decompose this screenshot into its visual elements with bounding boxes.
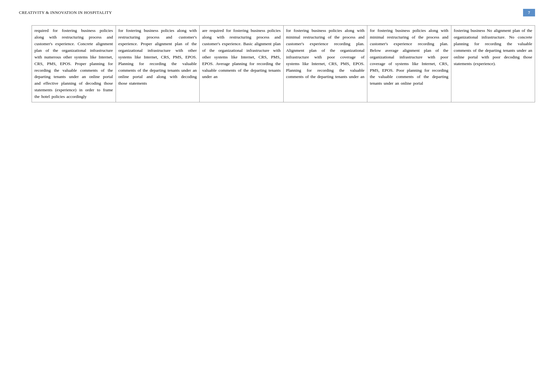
cell-line: recording the valuable (34, 68, 77, 73)
cell-line: systems like Internet, (286, 61, 326, 66)
cell-line: for recording the (250, 61, 281, 66)
cell-line: infrastructure with (286, 55, 322, 59)
cell-line: recording the (150, 61, 177, 66)
cell-line: EPOS. Proper planning for (60, 61, 113, 66)
page-number-box: 7 (523, 9, 535, 16)
cell-line: comments of the (396, 74, 429, 79)
cell-line: plan of the (309, 48, 335, 53)
cell-line: those statements (118, 81, 147, 86)
cell-line: Internet, CRS, (241, 55, 268, 59)
cell-line: fostering business No (454, 28, 492, 33)
cell-line: recording the (485, 41, 512, 46)
cell-line: online portal and (118, 74, 153, 79)
cell-line: tenants under an (167, 68, 197, 73)
cell-line: Poor planning for (396, 68, 429, 73)
cell-line: infrastructure with (148, 48, 183, 53)
table-cell: fostering business No alignment plan of … (451, 26, 535, 102)
table-cell: for fostering business policies along wi… (116, 26, 200, 102)
cell-line: Internet, CRS, PMS, (144, 55, 182, 59)
cell-line: restructuring (230, 35, 251, 39)
cell-line: recording plan. (418, 41, 449, 46)
cell-line: restructuring process (118, 35, 160, 39)
cell-line: policies along with (161, 28, 197, 33)
cell-line: systems like Internet, (395, 61, 436, 66)
cell-line: of the process and (412, 35, 449, 39)
cell-line: fostering business (233, 28, 265, 33)
table-row: required for fostering business policies… (32, 26, 535, 102)
content-table: required for fostering business policies… (32, 25, 535, 102)
cell-line: (experience). (473, 61, 496, 66)
cell-line: for fostering business (370, 28, 410, 33)
cell-line: Planning for (286, 68, 312, 73)
cell-line: organizational (454, 35, 478, 39)
cell-line: and customer's (166, 35, 197, 39)
cell-line: tenants under an (503, 48, 532, 53)
cell-line: of the departing (137, 68, 166, 73)
table-container: required for fostering business policies… (0, 22, 554, 112)
cell-line: the organizational (209, 48, 243, 53)
page-title: CREATIVITY & INNOVATION IN HOSPITALITY (19, 10, 112, 15)
cell-line: minimal restructuring (370, 35, 409, 39)
cell-line: poor decoding those (493, 55, 532, 59)
cell-line: tenants under an (335, 74, 364, 79)
table-cell: are required for fostering business poli… (200, 26, 284, 102)
cell-line: Average planning (216, 61, 247, 66)
cell-line: other systems like (202, 55, 238, 59)
page-header: CREATIVITY & INNOVATION IN HOSPITALITY 7 (0, 0, 554, 22)
cell-line: organizational (340, 48, 364, 53)
cell-line: infrastructure with (400, 55, 435, 59)
cell-line: statements (454, 61, 472, 66)
cell-line: of the departing (305, 74, 333, 79)
cell-line: policies along with (329, 28, 364, 33)
cell-line: organizational (370, 55, 394, 59)
cell-line: the organizational (53, 48, 86, 53)
cell-line: recording the (317, 68, 345, 73)
cell-line: of the departing (473, 48, 501, 53)
cell-line: customer's (202, 41, 220, 46)
cell-line: statements (experience) in (34, 87, 82, 92)
cell-line: Below average (370, 48, 398, 53)
cell-line: policies along with (412, 28, 448, 33)
page-number: 7 (528, 10, 530, 15)
cell-line: are required for (202, 28, 231, 33)
cell-line: customer's experience (370, 41, 412, 46)
cell-line: along with decoding (156, 74, 197, 79)
cell-line: policies accordingly (51, 94, 87, 99)
cell-line: alignment plan of the (155, 41, 197, 46)
cell-line: alignment plan of the (494, 28, 532, 33)
cell-line: customer's (286, 41, 304, 46)
cell-line: under an online portal (384, 81, 423, 86)
cell-line: poor coverage of (327, 55, 364, 59)
cell-line: alignment plan of the (403, 48, 449, 53)
cell-line: infrastructure with (246, 48, 280, 53)
table-cell: required for fostering business policies… (32, 26, 116, 102)
cell-line: experience recording (310, 41, 350, 46)
cell-line: required for fostering (34, 28, 77, 33)
table-cell: for fostering business policies along wi… (283, 26, 367, 102)
cell-line: of the departing (238, 68, 267, 73)
cell-line: minimal restructuring (286, 35, 325, 39)
cell-line: planning of decoding those (61, 81, 113, 86)
cell-line: tenants under an online (54, 74, 100, 79)
cell-line: with restructuring process (49, 35, 101, 39)
cell-line: valuable comments (202, 68, 236, 73)
cell-line: infrastructure. No (482, 35, 515, 39)
cell-line: organizational (118, 48, 143, 53)
table-cell: for fostering business policies along wi… (367, 26, 451, 102)
cell-line: numerous other systems (44, 55, 88, 59)
cell-line: process and (256, 35, 280, 39)
cell-line: CRS, PMS, EPOS. (329, 61, 364, 66)
cell-line: of the process and (328, 35, 364, 39)
cell-line: experience. Proper (118, 41, 152, 46)
cell-line: for fostering business (118, 28, 159, 33)
cell-line: experience. Basic (222, 41, 253, 46)
cell-line: for fostering business (286, 28, 326, 33)
cell-line: online portal with (454, 55, 489, 59)
